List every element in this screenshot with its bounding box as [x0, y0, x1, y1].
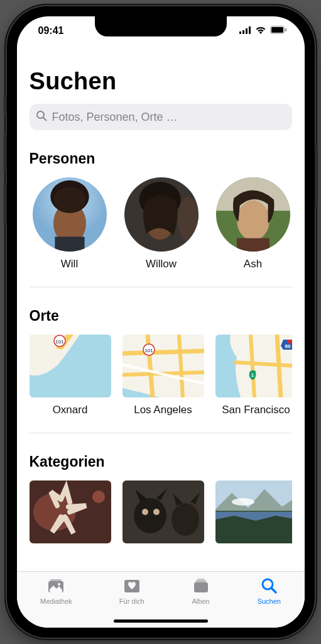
category-item[interactable]: [122, 480, 204, 543]
home-indicator[interactable]: [114, 619, 208, 623]
svg-rect-1: [242, 30, 244, 34]
person-label: Will: [61, 258, 78, 270]
svg-text:80: 80: [285, 343, 290, 349]
places-heading: Orte: [30, 308, 292, 325]
tab-label: Für dich: [119, 597, 144, 605]
svg-point-52: [58, 583, 60, 586]
volume-down-button: [4, 182, 7, 224]
svg-rect-3: [249, 26, 251, 34]
tab-library[interactable]: Mediathek: [40, 577, 72, 628]
svg-point-49: [232, 498, 254, 506]
svg-rect-21: [237, 238, 269, 252]
map-thumb: 101: [30, 335, 111, 397]
svg-rect-0: [239, 31, 241, 34]
people-heading: Personen: [30, 150, 292, 167]
person-label: Willow: [146, 258, 177, 270]
places-row: 101 Oxnard 101 Los Angeles 801 San Franc…: [30, 335, 292, 416]
svg-rect-13: [55, 236, 84, 252]
svg-rect-56: [194, 582, 208, 592]
place-sanfrancisco[interactable]: 801 San Francisco: [215, 335, 292, 416]
svg-text:101: 101: [55, 339, 64, 345]
search-input[interactable]: Fotos, Personen, Orte …: [30, 104, 292, 130]
svg-point-20: [237, 201, 269, 241]
svg-point-17: [177, 197, 198, 242]
power-button: [315, 145, 318, 208]
albums-icon: [192, 577, 210, 596]
svg-point-12: [53, 187, 86, 212]
map-thumb: 801: [215, 335, 292, 397]
search-icon: [259, 577, 278, 596]
cellular-icon: [239, 25, 251, 36]
svg-rect-5: [271, 27, 283, 33]
screen: 09:41 Suchen Fotos, Personen, Orte …: [17, 16, 305, 628]
library-icon: [46, 577, 65, 596]
tab-label: Mediathek: [40, 597, 72, 605]
mute-switch: [4, 94, 7, 117]
svg-point-46: [171, 503, 199, 536]
wifi-icon: [255, 25, 266, 36]
notch: [95, 16, 227, 36]
divider: [30, 287, 292, 287]
people-row: Will Willow Ash: [30, 177, 292, 270]
svg-rect-25: [122, 335, 204, 397]
search-placeholder: Fotos, Personen, Orte …: [52, 111, 178, 124]
person-willow[interactable]: Willow: [121, 177, 202, 270]
place-label: Oxnard: [53, 404, 88, 416]
content: Suchen Fotos, Personen, Orte … Personen …: [17, 45, 305, 571]
avatar: [33, 177, 107, 252]
foryou-icon: [122, 577, 141, 596]
svg-rect-2: [246, 28, 248, 34]
avatar: [216, 177, 290, 252]
svg-point-45: [153, 509, 160, 515]
avatar: [124, 177, 199, 252]
svg-rect-51: [50, 579, 62, 581]
svg-line-26: [122, 351, 204, 353]
person-ash[interactable]: Ash: [213, 177, 292, 270]
tab-search[interactable]: Suchen: [258, 577, 281, 628]
status-time: 09:41: [38, 25, 64, 36]
tab-label: Suchen: [258, 597, 281, 605]
categories-row: [30, 480, 292, 543]
svg-point-43: [134, 498, 166, 533]
svg-rect-55: [195, 580, 206, 582]
volume-up-button: [4, 132, 7, 174]
svg-point-41: [92, 491, 105, 503]
svg-line-8: [43, 118, 46, 121]
svg-rect-54: [197, 579, 205, 580]
place-label: San Francisco: [222, 404, 290, 416]
divider: [30, 433, 292, 433]
page-title: Suchen: [30, 68, 292, 95]
svg-rect-6: [285, 28, 286, 31]
tab-label: Alben: [192, 597, 210, 605]
person-label: Ash: [244, 258, 262, 270]
place-oxnard[interactable]: 101 Oxnard: [30, 335, 111, 416]
svg-text:1: 1: [251, 372, 254, 378]
map-thumb: 101: [122, 335, 204, 397]
svg-text:101: 101: [144, 348, 153, 353]
place-losangeles[interactable]: 101 Los Angeles: [122, 335, 204, 416]
category-item[interactable]: [215, 480, 292, 543]
search-icon: [36, 110, 47, 125]
categories-heading: Kategorien: [30, 453, 292, 470]
person-will[interactable]: Will: [30, 177, 110, 270]
place-label: Los Angeles: [134, 404, 192, 416]
battery-icon: [270, 25, 287, 36]
device-frame: 09:41 Suchen Fotos, Personen, Orte …: [7, 6, 315, 638]
svg-point-44: [142, 509, 148, 515]
svg-line-58: [271, 588, 276, 592]
category-item[interactable]: [30, 480, 111, 543]
